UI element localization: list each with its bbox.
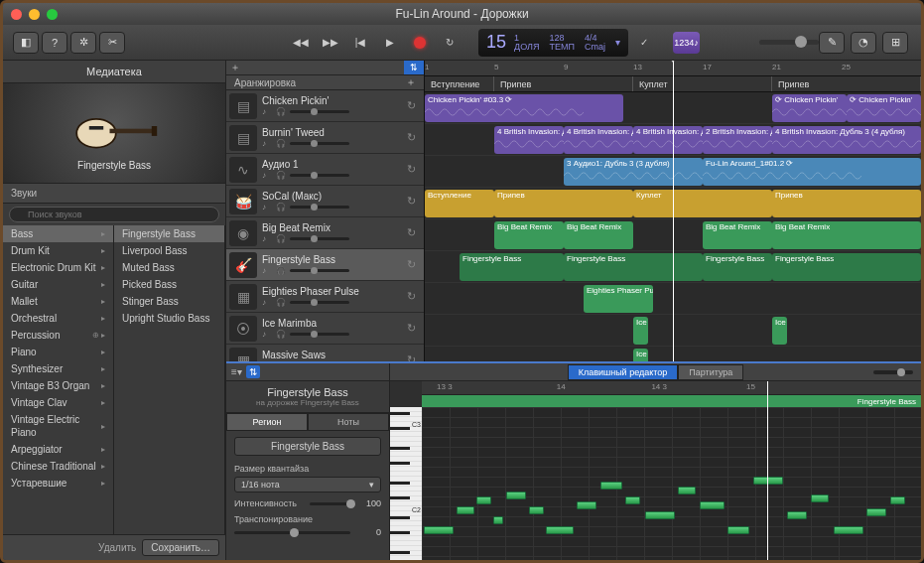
midi-note[interactable] (834, 526, 863, 534)
category-item[interactable]: Arpeggiator▸ (3, 441, 113, 458)
region[interactable]: 3 Аудио1: Дубль 3 (3 дубля) (564, 158, 703, 186)
go-to-start-button[interactable]: |◀ (346, 32, 374, 54)
delete-preset-button[interactable]: Удалить (98, 542, 136, 553)
track-loop-button[interactable]: ↻ (407, 163, 421, 177)
quantize-select[interactable]: 1/16 нота▾ (234, 477, 381, 493)
region[interactable]: Ice (772, 317, 787, 345)
notes-tab[interactable]: Ноты (308, 413, 389, 431)
track-loop-button[interactable]: ↻ (407, 195, 421, 209)
category-item[interactable]: Percussion⊕ ▸ (3, 327, 113, 344)
quick-help-button[interactable]: ? (42, 32, 67, 54)
editor-playhead[interactable] (767, 381, 768, 560)
region[interactable]: Припев (494, 190, 633, 217)
mute-button[interactable]: ♪ (262, 234, 272, 243)
region[interactable]: Ice (633, 349, 648, 361)
midi-note[interactable] (577, 501, 596, 509)
score-view-tab[interactable]: Партитура (678, 364, 743, 380)
region-tab[interactable]: Регион (226, 413, 308, 431)
close-window-button[interactable] (11, 9, 22, 20)
editors-button[interactable]: ✂ (99, 32, 125, 54)
zoom-window-button[interactable] (47, 9, 58, 20)
editor-ruler[interactable]: 13 3141514 3 (422, 381, 921, 395)
category-item[interactable]: Mallet▸ (3, 293, 113, 310)
midi-note[interactable] (890, 496, 905, 504)
media-browser-button[interactable]: ⊞ (882, 32, 908, 54)
editor-zoom-slider[interactable] (873, 370, 913, 374)
midi-note[interactable] (529, 506, 544, 514)
track-volume-slider[interactable] (290, 237, 349, 240)
note-grid[interactable] (422, 407, 921, 560)
midi-note[interactable] (424, 526, 454, 534)
track-header[interactable]: ▤ Chicken Pickin' ♪ 🎧 ↻ (226, 90, 424, 122)
category-item[interactable]: Bass▸ (3, 225, 113, 242)
mute-button[interactable]: ♪ (262, 266, 272, 275)
midi-note[interactable] (457, 506, 474, 514)
lcd-display[interactable]: 15 1ДОЛЯ 128ТЕМП 4/4Cmaj ▾ (478, 29, 628, 57)
midi-note[interactable] (645, 511, 675, 519)
category-item[interactable]: Vintage Electric Piano▸ (3, 411, 113, 441)
region-name-field[interactable]: Fingerstyle Bass (234, 437, 381, 456)
track-volume-slider[interactable] (290, 269, 349, 272)
region[interactable]: ⟳ Chicken Pickin' (772, 94, 847, 122)
track-header[interactable]: 🎸 Fingerstyle Bass ♪ 🎧 ↻ (226, 249, 424, 281)
track-volume-slider[interactable] (290, 142, 349, 145)
midi-note[interactable] (727, 526, 749, 534)
track-volume-slider[interactable] (290, 110, 349, 113)
solo-button[interactable]: 🎧 (276, 330, 286, 339)
transpose-slider[interactable] (234, 531, 350, 534)
category-item[interactable]: Vintage Clav▸ (3, 394, 113, 411)
midi-note[interactable] (546, 526, 574, 534)
smart-controls-button[interactable]: ✲ (70, 32, 96, 54)
mute-button[interactable]: ♪ (262, 139, 272, 148)
track-loop-button[interactable]: ↻ (407, 322, 421, 336)
region[interactable]: 4 British Invasion: Дубль 3 (4 дубля) (564, 126, 633, 154)
region[interactable]: Fingerstyle Bass (460, 253, 564, 281)
category-item[interactable]: Guitar▸ (3, 276, 113, 293)
library-toggle-button[interactable]: ◧ (13, 32, 39, 54)
region[interactable]: Eighties Phaser Pul (584, 285, 653, 313)
midi-note[interactable] (700, 501, 725, 509)
region[interactable]: Припев (772, 190, 921, 217)
category-item[interactable]: Electronic Drum Kit▸ (3, 259, 113, 276)
track-volume-slider[interactable] (290, 333, 349, 336)
mute-button[interactable]: ♪ (262, 171, 272, 180)
region[interactable]: ⟳ Chicken Pickin' (847, 94, 921, 122)
category-item[interactable]: Chinese Traditional▸ (3, 458, 113, 475)
solo-button[interactable]: 🎧 (276, 234, 286, 243)
track-volume-slider[interactable] (290, 206, 349, 209)
arrangement-marker[interactable]: Куплет (633, 76, 772, 91)
midi-note[interactable] (493, 516, 503, 524)
midi-note[interactable] (811, 494, 829, 502)
record-button[interactable] (406, 32, 434, 54)
preset-item[interactable]: Picked Bass (114, 276, 224, 293)
region[interactable]: Куплет (633, 190, 772, 217)
preset-item[interactable]: Stinger Bass (114, 293, 224, 310)
region[interactable]: Big Beat Remix (564, 221, 633, 249)
track-header[interactable]: ▦ Eighties Phaser Pulse ♪ 🎧 ↻ (226, 281, 424, 313)
track-loop-button[interactable]: ↻ (407, 99, 421, 113)
track-volume-slider[interactable] (290, 301, 349, 304)
preset-item[interactable]: Fingerstyle Bass (114, 225, 224, 242)
region[interactable]: 4 British Invasion: Дубль 3 (4 дубля) (772, 126, 921, 154)
midi-note[interactable] (787, 511, 807, 519)
rewind-button[interactable]: ◀◀ (287, 32, 315, 54)
piano-view-tab[interactable]: Клавишный редактор (568, 364, 679, 380)
category-item[interactable]: Orchestral▸ (3, 310, 113, 327)
arrangement-marker[interactable]: Припев (772, 76, 921, 91)
track-header[interactable]: ∿ Аудио 1 ♪ 🎧 ↻ (226, 154, 424, 186)
region[interactable]: 2 British Invasion: Дубль 2 (4 (703, 126, 772, 154)
editor-filter-button[interactable]: ⇅ (246, 365, 260, 378)
mute-button[interactable]: ♪ (262, 330, 272, 339)
region[interactable]: Ice (633, 317, 648, 345)
region[interactable]: Fingerstyle Bass (564, 253, 703, 281)
intensity-slider[interactable] (310, 502, 350, 505)
track-loop-button[interactable]: ↻ (407, 290, 421, 304)
preset-item[interactable]: Liverpool Bass (114, 242, 224, 259)
track-header[interactable]: ⦿ Ice Marimba ♪ 🎧 ↻ (226, 313, 424, 345)
category-item[interactable]: Synthesizer▸ (3, 360, 113, 377)
midi-note[interactable] (866, 508, 886, 516)
midi-note[interactable] (600, 482, 622, 490)
preset-item[interactable]: Upright Studio Bass (114, 310, 224, 327)
region[interactable]: Big Beat Remix (494, 221, 564, 249)
midi-note[interactable] (678, 487, 696, 494)
